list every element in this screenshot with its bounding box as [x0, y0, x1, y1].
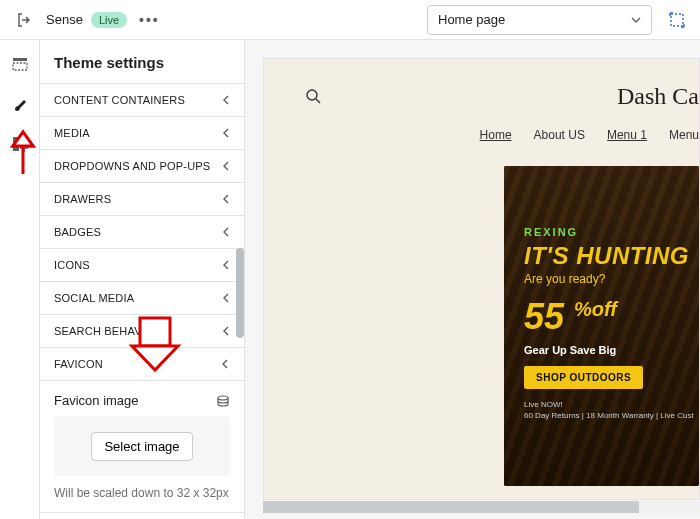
nav-about[interactable]: About US — [534, 128, 585, 142]
page-selector[interactable]: Home page — [427, 5, 652, 35]
favicon-hint: Will be scaled down to 32 x 32px — [54, 486, 230, 500]
connect-dynamic-source-icon[interactable] — [216, 394, 230, 408]
apps-tab[interactable] — [8, 132, 32, 156]
exit-button[interactable] — [8, 4, 40, 36]
chevron-left-icon — [222, 128, 230, 138]
preview-pane: Dash Ca Home About US Menu 1 Menu REXING… — [245, 40, 700, 519]
acc-drawers[interactable]: DRAWERS — [40, 183, 244, 216]
acc-dropdowns[interactable]: DROPDOWNS AND POP-UPS — [40, 150, 244, 183]
banner-headline: IT'S HUNTING — [524, 242, 694, 270]
sections-tab[interactable] — [8, 52, 32, 76]
banner-sub: Are you ready? — [524, 272, 694, 286]
chevron-left-icon — [222, 260, 230, 270]
theme-name: Sense — [46, 12, 83, 27]
acc-favicon[interactable]: FAVICON — [40, 348, 244, 381]
svg-rect-2 — [13, 63, 27, 70]
acc-icons[interactable]: ICONS — [40, 249, 244, 282]
more-button[interactable]: ••• — [139, 12, 160, 28]
page-selector-label: Home page — [438, 12, 505, 27]
chevron-left-icon — [222, 326, 230, 336]
favicon-panel: Favicon image Select image Will be scale… — [40, 381, 244, 513]
banner-gear: Gear Up Save Big — [524, 344, 694, 356]
acc-badges[interactable]: BADGES — [40, 216, 244, 249]
left-rail — [0, 40, 40, 519]
chevron-left-icon — [222, 161, 230, 171]
svg-rect-3 — [13, 137, 19, 143]
acc-search[interactable]: SEARCH BEHAVIOR — [40, 315, 244, 348]
preview-canvas[interactable]: Dash Ca Home About US Menu 1 Menu REXING… — [263, 58, 700, 500]
nav-menu1[interactable]: Menu 1 — [607, 128, 647, 142]
svg-rect-1 — [13, 58, 27, 61]
acc-social[interactable]: SOCIAL MEDIA — [40, 282, 244, 315]
banner-fineprint: Live NOW!60 Day Returns | 18 Month Warra… — [524, 399, 694, 421]
banner-cta-button[interactable]: SHOP OUTDOORS — [524, 366, 643, 389]
svg-rect-0 — [671, 14, 683, 26]
chevron-down-icon — [220, 360, 230, 368]
search-icon[interactable] — [304, 87, 322, 105]
sidebar-title: Theme settings — [40, 40, 244, 84]
nav-menu2[interactable]: Menu — [669, 128, 699, 142]
site-title: Dash Ca — [617, 83, 699, 110]
nav-home[interactable]: Home — [480, 128, 512, 142]
viewport-button[interactable] — [662, 5, 692, 35]
status-badge: Live — [91, 12, 127, 28]
acc-media[interactable]: MEDIA — [40, 117, 244, 150]
svg-point-7 — [307, 90, 317, 100]
site-nav: Home About US Menu 1 Menu — [480, 128, 699, 142]
exit-icon — [16, 12, 32, 28]
paintbrush-icon — [11, 95, 29, 113]
chevron-left-icon — [222, 293, 230, 303]
favicon-uploader: Select image — [54, 416, 230, 476]
select-image-button[interactable]: Select image — [91, 432, 192, 461]
settings-sidebar: Theme settings CONTENT CONTAINERS MEDIA … — [40, 40, 245, 519]
svg-rect-4 — [21, 137, 27, 143]
svg-rect-5 — [13, 145, 19, 151]
chevron-left-icon — [222, 194, 230, 204]
chevron-left-icon — [222, 95, 230, 105]
preview-h-scrollbar[interactable] — [263, 501, 700, 513]
acc-content-containers[interactable]: CONTENT CONTAINERS — [40, 84, 244, 117]
hero-banner: REXING IT'S HUNTING Are you ready? 55 %o… — [504, 166, 699, 486]
caret-down-icon — [631, 15, 641, 25]
chevron-left-icon — [222, 227, 230, 237]
favicon-field-label: Favicon image — [54, 393, 139, 408]
sidebar-scrollbar[interactable] — [236, 78, 244, 508]
banner-brand: REXING — [524, 226, 694, 238]
banner-discount: 55 %off — [524, 296, 694, 338]
svg-point-6 — [218, 396, 228, 400]
acc-currency[interactable]: CURRENCY FORMAT — [40, 513, 244, 519]
viewport-icon — [668, 11, 686, 29]
apps-icon — [11, 135, 29, 153]
theme-settings-tab[interactable] — [8, 92, 32, 116]
sections-icon — [11, 55, 29, 73]
